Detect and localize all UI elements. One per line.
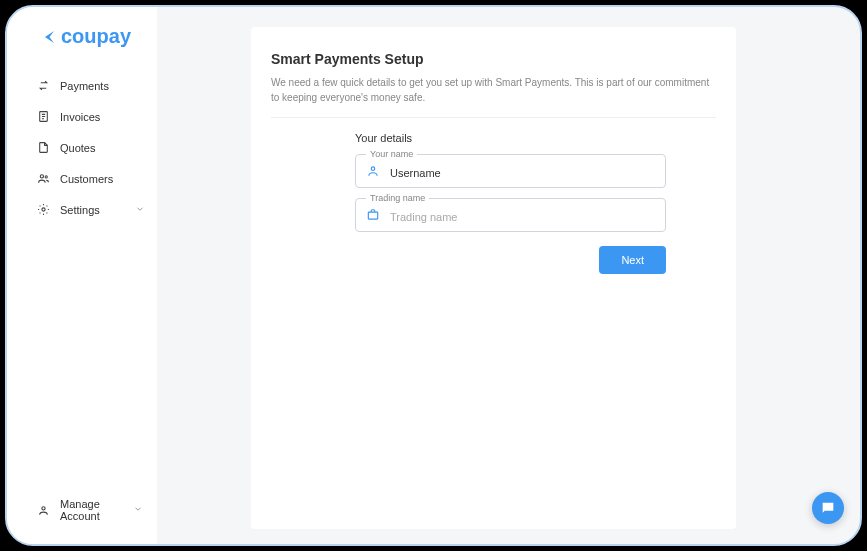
gear-icon [37, 203, 50, 216]
main-content: Smart Payments Setup We need a few quick… [157, 7, 860, 544]
page-subtitle: We need a few quick details to get you s… [271, 75, 716, 118]
nav-label: Invoices [60, 111, 100, 123]
sidebar-item-quotes[interactable]: Quotes [7, 132, 157, 163]
sidebar-item-settings[interactable]: Settings [7, 194, 157, 225]
chevron-down-icon [133, 504, 143, 516]
chevron-down-icon [135, 204, 145, 216]
section-title: Your details [355, 132, 666, 144]
logo-icon [39, 27, 57, 47]
nav-label: Quotes [60, 142, 95, 154]
sidebar: coupay Payments Invoices Quotes Customer… [7, 7, 157, 544]
trading-name-field[interactable]: Trading name [355, 198, 666, 232]
svg-point-5 [371, 167, 375, 171]
logo-text: coupay [61, 25, 131, 48]
svg-point-1 [40, 175, 43, 178]
chat-button[interactable] [812, 492, 844, 524]
svg-point-2 [45, 176, 47, 178]
person-icon [366, 164, 380, 178]
nav-label: Settings [60, 204, 100, 216]
nav-label: Manage Account [60, 498, 123, 522]
form-area: Your details Your name Trading name [271, 132, 716, 232]
field-label: Your name [366, 149, 417, 159]
transfer-icon [37, 79, 50, 92]
sidebar-item-manage-account[interactable]: Manage Account [7, 488, 157, 532]
file-icon [37, 141, 50, 154]
logo: coupay [7, 25, 157, 70]
svg-point-3 [42, 208, 45, 211]
page-title: Smart Payments Setup [271, 51, 716, 67]
trading-name-input[interactable] [390, 211, 655, 223]
nav-label: Payments [60, 80, 109, 92]
form-actions: Next [271, 246, 716, 274]
field-label: Trading name [366, 193, 429, 203]
people-icon [37, 172, 50, 185]
chat-icon [820, 500, 836, 516]
sidebar-item-invoices[interactable]: Invoices [7, 101, 157, 132]
setup-card: Smart Payments Setup We need a few quick… [251, 27, 736, 529]
your-name-field[interactable]: Your name [355, 154, 666, 188]
svg-rect-6 [368, 212, 377, 219]
sidebar-item-payments[interactable]: Payments [7, 70, 157, 101]
next-button[interactable]: Next [599, 246, 666, 274]
document-icon [37, 110, 50, 123]
app-frame: coupay Payments Invoices Quotes Customer… [5, 5, 862, 546]
business-icon [366, 208, 380, 222]
your-name-input[interactable] [390, 167, 655, 179]
svg-point-4 [42, 506, 45, 509]
person-icon [37, 504, 50, 517]
nav-label: Customers [60, 173, 113, 185]
nav: Payments Invoices Quotes Customers Setti… [7, 70, 157, 488]
sidebar-item-customers[interactable]: Customers [7, 163, 157, 194]
